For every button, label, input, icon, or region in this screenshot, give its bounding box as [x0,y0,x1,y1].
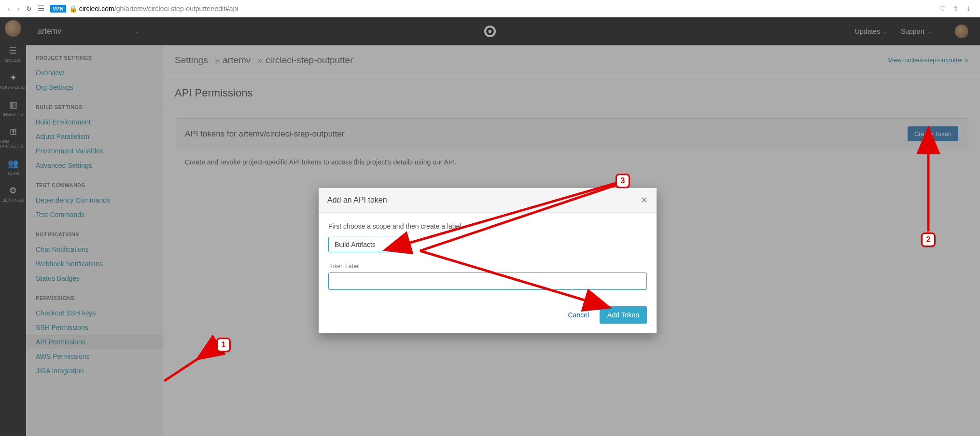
lock-icon: 🔒 [69,5,77,13]
browser-toolbar: ‹ › ↻ ☰ VPN 🔒 circleci.com/gh/artemv/cir… [0,0,980,17]
chevron-down-icon: ⌄ [390,242,394,248]
download-icon[interactable]: ⤓ [966,5,971,13]
back-button[interactable]: ‹ [4,5,14,13]
annotation-marker-3: 3 [616,174,630,188]
vpn-badge: VPN [50,5,66,13]
extensions-icon[interactable]: ☰ [38,4,44,13]
share-icon[interactable]: ⇪ [953,5,959,13]
token-label-input[interactable] [328,272,647,290]
scope-select[interactable]: Build Artifacts ⌄ [328,237,401,252]
add-token-button[interactable]: Add Token [600,306,647,324]
annotation-marker-2: 2 [921,232,936,247]
annotation-marker-1: 1 [216,338,231,352]
modal-hint: First choose a scope and then create a l… [328,222,647,230]
address-bar[interactable]: circleci.com/gh/artemv/circleci-step-out… [79,5,238,13]
favorite-icon[interactable]: ♡ [940,5,946,13]
token-label-caption: Token Label [328,263,647,270]
cancel-button[interactable]: Cancel [568,311,589,319]
modal-header: Add an API token ✕ [319,188,657,213]
modal-title: Add an API token [327,196,387,204]
reload-button[interactable]: ↻ [26,5,32,13]
forward-button[interactable]: › [14,5,23,13]
scope-value: Build Artifacts [335,241,376,248]
url-path: /gh/artemv/circleci-step-outputter/edit#… [114,5,238,13]
url-domain: circleci.com [79,5,114,13]
close-icon[interactable]: ✕ [641,195,648,205]
add-api-token-modal: Add an API token ✕ First choose a scope … [319,188,657,333]
